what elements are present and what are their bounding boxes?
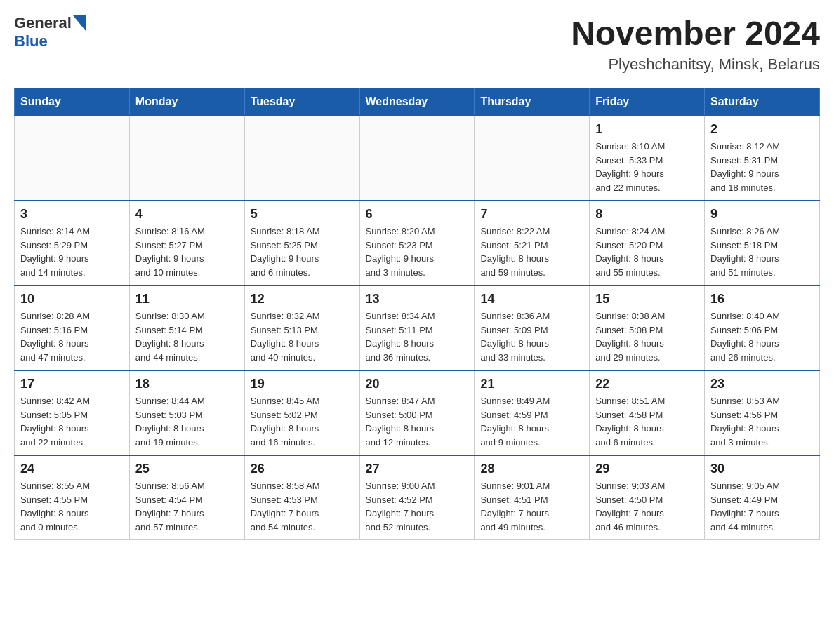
calendar-cell: 15Sunrise: 8:38 AMSunset: 5:08 PMDayligh… bbox=[590, 286, 705, 370]
day-number: 27 bbox=[366, 462, 469, 476]
calendar-cell: 7Sunrise: 8:22 AMSunset: 5:21 PMDaylight… bbox=[475, 201, 590, 286]
calendar-cell bbox=[475, 116, 590, 201]
calendar-cell: 2Sunrise: 8:12 AMSunset: 5:31 PMDaylight… bbox=[705, 116, 820, 201]
calendar-cell bbox=[129, 116, 244, 201]
calendar-table: SundayMondayTuesdayWednesdayThursdayFrid… bbox=[14, 88, 820, 540]
column-header-tuesday: Tuesday bbox=[244, 88, 359, 116]
calendar-cell: 3Sunrise: 8:14 AMSunset: 5:29 PMDaylight… bbox=[15, 201, 130, 286]
day-info: Sunrise: 8:12 AMSunset: 5:31 PMDaylight:… bbox=[710, 140, 814, 194]
day-number: 10 bbox=[20, 292, 124, 307]
calendar-cell: 21Sunrise: 8:49 AMSunset: 4:59 PMDayligh… bbox=[475, 370, 590, 455]
day-info: Sunrise: 8:55 AMSunset: 4:55 PMDaylight:… bbox=[20, 479, 124, 534]
week-row-5: 24Sunrise: 8:55 AMSunset: 4:55 PMDayligh… bbox=[15, 455, 820, 540]
day-number: 3 bbox=[20, 207, 124, 222]
calendar-cell: 16Sunrise: 8:40 AMSunset: 5:06 PMDayligh… bbox=[705, 286, 820, 370]
day-number: 8 bbox=[595, 207, 699, 222]
day-number: 9 bbox=[710, 207, 814, 222]
day-info: Sunrise: 9:01 AMSunset: 4:51 PMDaylight:… bbox=[480, 479, 583, 534]
day-info: Sunrise: 8:20 AMSunset: 5:23 PMDaylight:… bbox=[366, 224, 469, 279]
calendar-cell: 13Sunrise: 8:34 AMSunset: 5:11 PMDayligh… bbox=[359, 286, 475, 370]
day-info: Sunrise: 8:16 AMSunset: 5:27 PMDaylight:… bbox=[135, 224, 239, 279]
calendar-cell: 4Sunrise: 8:16 AMSunset: 5:27 PMDaylight… bbox=[129, 201, 244, 286]
calendar-cell: 22Sunrise: 8:51 AMSunset: 4:58 PMDayligh… bbox=[590, 370, 705, 455]
column-header-monday: Monday bbox=[129, 88, 244, 116]
calendar-cell: 12Sunrise: 8:32 AMSunset: 5:13 PMDayligh… bbox=[244, 286, 359, 370]
week-row-3: 10Sunrise: 8:28 AMSunset: 5:16 PMDayligh… bbox=[15, 286, 820, 370]
day-info: Sunrise: 8:22 AMSunset: 5:21 PMDaylight:… bbox=[480, 224, 583, 279]
day-number: 1 bbox=[595, 122, 699, 137]
day-info: Sunrise: 8:14 AMSunset: 5:29 PMDaylight:… bbox=[20, 224, 124, 279]
day-info: Sunrise: 8:58 AMSunset: 4:53 PMDaylight:… bbox=[251, 479, 354, 534]
day-number: 20 bbox=[366, 377, 469, 391]
day-number: 25 bbox=[135, 462, 239, 476]
calendar-cell: 10Sunrise: 8:28 AMSunset: 5:16 PMDayligh… bbox=[15, 286, 130, 370]
logo-general-text: General bbox=[14, 14, 72, 32]
days-header-row: SundayMondayTuesdayWednesdayThursdayFrid… bbox=[15, 88, 820, 116]
logo-blue-text: Blue bbox=[14, 32, 48, 51]
day-number: 13 bbox=[366, 292, 469, 307]
column-header-sunday: Sunday bbox=[15, 88, 130, 116]
calendar-cell: 20Sunrise: 8:47 AMSunset: 5:00 PMDayligh… bbox=[359, 370, 475, 455]
day-number: 4 bbox=[135, 207, 239, 222]
calendar-cell: 23Sunrise: 8:53 AMSunset: 4:56 PMDayligh… bbox=[705, 370, 820, 455]
calendar-cell: 8Sunrise: 8:24 AMSunset: 5:20 PMDaylight… bbox=[590, 201, 705, 286]
day-info: Sunrise: 9:03 AMSunset: 4:50 PMDaylight:… bbox=[595, 479, 699, 534]
calendar-cell: 27Sunrise: 9:00 AMSunset: 4:52 PMDayligh… bbox=[359, 455, 475, 540]
day-number: 2 bbox=[710, 122, 814, 137]
calendar-cell: 1Sunrise: 8:10 AMSunset: 5:33 PMDaylight… bbox=[590, 116, 705, 201]
calendar-cell: 9Sunrise: 8:26 AMSunset: 5:18 PMDaylight… bbox=[705, 201, 820, 286]
day-number: 12 bbox=[251, 292, 354, 307]
day-info: Sunrise: 8:53 AMSunset: 4:56 PMDaylight:… bbox=[710, 394, 814, 449]
day-number: 23 bbox=[710, 377, 814, 391]
day-info: Sunrise: 8:36 AMSunset: 5:09 PMDaylight:… bbox=[480, 309, 583, 364]
day-info: Sunrise: 8:45 AMSunset: 5:02 PMDaylight:… bbox=[251, 394, 354, 449]
day-info: Sunrise: 8:26 AMSunset: 5:18 PMDaylight:… bbox=[710, 224, 814, 279]
day-number: 21 bbox=[480, 377, 583, 391]
title-section: November 2024 Plyeshchanitsy, Minsk, Bel… bbox=[571, 14, 820, 74]
week-row-4: 17Sunrise: 8:42 AMSunset: 5:05 PMDayligh… bbox=[15, 370, 820, 455]
day-number: 7 bbox=[480, 207, 583, 222]
day-info: Sunrise: 8:40 AMSunset: 5:06 PMDaylight:… bbox=[710, 309, 814, 364]
calendar-cell: 30Sunrise: 9:05 AMSunset: 4:49 PMDayligh… bbox=[705, 455, 820, 540]
day-number: 26 bbox=[251, 462, 354, 476]
location-subtitle: Plyeshchanitsy, Minsk, Belarus bbox=[571, 55, 820, 74]
day-number: 19 bbox=[251, 377, 354, 391]
day-info: Sunrise: 8:38 AMSunset: 5:08 PMDaylight:… bbox=[595, 309, 699, 364]
calendar-cell: 28Sunrise: 9:01 AMSunset: 4:51 PMDayligh… bbox=[475, 455, 590, 540]
day-number: 11 bbox=[135, 292, 239, 307]
calendar-cell bbox=[15, 116, 130, 201]
day-number: 16 bbox=[710, 292, 814, 307]
day-info: Sunrise: 8:30 AMSunset: 5:14 PMDaylight:… bbox=[135, 309, 239, 364]
column-header-saturday: Saturday bbox=[705, 88, 820, 116]
calendar-cell: 14Sunrise: 8:36 AMSunset: 5:09 PMDayligh… bbox=[475, 286, 590, 370]
day-info: Sunrise: 8:51 AMSunset: 4:58 PMDaylight:… bbox=[595, 394, 699, 449]
logo-triangle-icon bbox=[73, 15, 86, 31]
day-info: Sunrise: 8:42 AMSunset: 5:05 PMDaylight:… bbox=[20, 394, 124, 449]
column-header-thursday: Thursday bbox=[475, 88, 590, 116]
day-number: 30 bbox=[710, 462, 814, 476]
day-info: Sunrise: 8:49 AMSunset: 4:59 PMDaylight:… bbox=[480, 394, 583, 449]
day-info: Sunrise: 8:47 AMSunset: 5:00 PMDaylight:… bbox=[366, 394, 469, 449]
day-number: 14 bbox=[480, 292, 583, 307]
day-info: Sunrise: 8:32 AMSunset: 5:13 PMDaylight:… bbox=[251, 309, 354, 364]
month-title: November 2024 bbox=[571, 14, 820, 53]
calendar-cell: 6Sunrise: 8:20 AMSunset: 5:23 PMDaylight… bbox=[359, 201, 475, 286]
day-number: 17 bbox=[20, 377, 124, 391]
svg-marker-0 bbox=[73, 15, 86, 31]
day-info: Sunrise: 8:18 AMSunset: 5:25 PMDaylight:… bbox=[251, 224, 354, 279]
calendar-cell: 18Sunrise: 8:44 AMSunset: 5:03 PMDayligh… bbox=[129, 370, 244, 455]
day-info: Sunrise: 9:05 AMSunset: 4:49 PMDaylight:… bbox=[710, 479, 814, 534]
day-number: 18 bbox=[135, 377, 239, 391]
day-info: Sunrise: 8:56 AMSunset: 4:54 PMDaylight:… bbox=[135, 479, 239, 534]
week-row-2: 3Sunrise: 8:14 AMSunset: 5:29 PMDaylight… bbox=[15, 201, 820, 286]
column-header-friday: Friday bbox=[590, 88, 705, 116]
calendar-cell: 19Sunrise: 8:45 AMSunset: 5:02 PMDayligh… bbox=[244, 370, 359, 455]
calendar-cell: 24Sunrise: 8:55 AMSunset: 4:55 PMDayligh… bbox=[15, 455, 130, 540]
day-info: Sunrise: 8:28 AMSunset: 5:16 PMDaylight:… bbox=[20, 309, 124, 364]
calendar-cell: 17Sunrise: 8:42 AMSunset: 5:05 PMDayligh… bbox=[15, 370, 130, 455]
page-header: General Blue November 2024 Plyeshchanits… bbox=[14, 14, 820, 74]
week-row-1: 1Sunrise: 8:10 AMSunset: 5:33 PMDaylight… bbox=[15, 116, 820, 201]
day-number: 15 bbox=[595, 292, 699, 307]
day-info: Sunrise: 8:44 AMSunset: 5:03 PMDaylight:… bbox=[135, 394, 239, 449]
day-info: Sunrise: 9:00 AMSunset: 4:52 PMDaylight:… bbox=[366, 479, 469, 534]
